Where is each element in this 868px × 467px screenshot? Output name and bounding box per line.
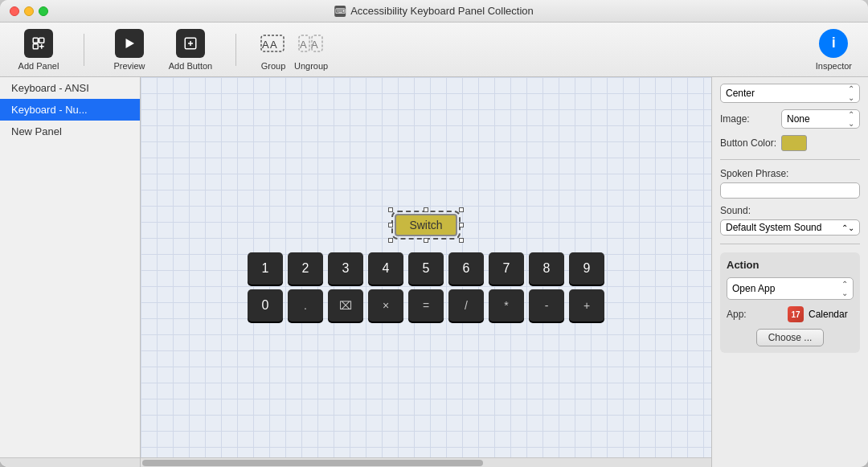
handle-bc[interactable] (424, 238, 428, 243)
group-ungroup-toolbar: A A Group A A Ungroup (259, 29, 328, 71)
inspector-label: Inspector (816, 61, 852, 71)
numpad-key-2[interactable]: 2 (288, 252, 323, 285)
image-label: Image: (720, 113, 776, 125)
spoken-phrase-label: Spoken Phrase: (720, 168, 860, 179)
add-button-label: Add Button (169, 61, 212, 71)
handle-mr[interactable] (459, 223, 464, 227)
numpad-key-0[interactable]: 0 (248, 289, 283, 322)
numpad-key-7[interactable]: 7 (489, 252, 524, 285)
alignment-row: Center ⌃⌄ (720, 84, 860, 103)
sound-select[interactable]: Default System Sound ⌃⌄ (720, 219, 860, 236)
numpad-row-2: 0 . ⌧ × = / * - + (248, 289, 604, 322)
traffic-lights (10, 6, 48, 16)
numpad-key-equals[interactable]: = (408, 289, 444, 322)
image-select-arrow: ⌃⌄ (848, 110, 854, 128)
handle-ml[interactable] (388, 223, 393, 227)
choose-button[interactable]: Choose ... (756, 329, 825, 346)
numpad-key-1[interactable]: 1 (248, 252, 283, 285)
numpad-key-asterisk[interactable]: * (489, 289, 524, 322)
app-label: App: (727, 309, 783, 320)
app-row: App: 17 Calendar (727, 306, 854, 322)
numpad-key-divide[interactable]: / (448, 289, 484, 322)
ungroup-toolbar-item[interactable]: A A Ungroup (294, 29, 328, 71)
add-panel-label: Add Panel (18, 61, 59, 71)
spoken-phrase-section: Spoken Phrase: (720, 168, 860, 199)
action-select-arrow: ⌃⌄ (841, 280, 848, 297)
action-select[interactable]: Open App ⌃⌄ (727, 277, 854, 300)
ungroup-label: Ungroup (294, 61, 328, 71)
handle-tl[interactable] (388, 207, 393, 212)
button-color-row: Button Color: (720, 135, 860, 151)
minimize-button[interactable] (24, 6, 34, 16)
preview-label: Preview (113, 61, 145, 71)
add-panel-toolbar-item[interactable]: Add Panel (16, 29, 61, 71)
calendar-icon: 17 (788, 306, 804, 322)
handle-tc[interactable] (424, 207, 428, 212)
numpad-key-5[interactable]: 5 (408, 252, 444, 285)
scrollbar-thumb[interactable] (142, 460, 483, 466)
maximize-button[interactable] (39, 6, 48, 16)
numpad-key-plus[interactable]: + (569, 289, 604, 322)
preview-icon[interactable] (115, 29, 144, 58)
selection-handles (388, 207, 463, 243)
app-icon: ⌨ (334, 6, 346, 17)
inspector-toolbar-item[interactable]: i Inspector (816, 29, 852, 71)
handle-bl[interactable] (388, 238, 393, 243)
main-canvas[interactable]: Switch 1 2 3 4 5 6 7 8 9 (141, 77, 711, 467)
add-panel-icon[interactable] (24, 29, 53, 58)
add-button-icon[interactable] (176, 29, 205, 58)
sidebar-item-new-panel[interactable]: New Panel (0, 121, 140, 142)
numpad-key-dot[interactable]: . (288, 289, 323, 322)
titlebar: ⌨ Accessibility Keyboard Panel Collectio… (0, 0, 868, 23)
numpad-key-multiply[interactable]: × (368, 289, 403, 322)
image-row: Image: None ⌃⌄ (720, 109, 860, 129)
sidebar-scrollbar[interactable] (0, 457, 140, 467)
spoken-phrase-input[interactable] (720, 182, 860, 199)
numpad-key-4[interactable]: 4 (368, 252, 403, 285)
action-title: Action (727, 259, 854, 271)
divider-1 (720, 159, 860, 160)
toolbar-divider-1 (84, 34, 84, 66)
numpad-key-6[interactable]: 6 (448, 252, 484, 285)
close-button[interactable] (10, 6, 19, 16)
group-toolbar-item[interactable]: A A Group (259, 29, 288, 71)
numpad-key-3[interactable]: 3 (328, 252, 363, 285)
canvas-scrollbar[interactable] (141, 457, 711, 467)
handle-tr[interactable] (459, 207, 464, 212)
content-area: Keyboard - ANSI Keyboard - Nu... New Pan… (0, 77, 868, 467)
numpad-row-1: 1 2 3 4 5 6 7 8 9 (248, 252, 604, 285)
svg-rect-1 (39, 38, 44, 43)
numpad-key-8[interactable]: 8 (529, 252, 564, 285)
divider-2 (720, 244, 860, 244)
sidebar-item-keyboard-ansi[interactable]: Keyboard - ANSI (0, 77, 140, 99)
toolbar: Add Panel Preview Add Button (0, 23, 868, 77)
svg-text:A: A (262, 39, 269, 51)
add-button-toolbar-item[interactable]: Add Button (168, 29, 213, 71)
handle-br[interactable] (459, 238, 464, 243)
svg-text:A: A (270, 39, 277, 51)
preview-toolbar-item[interactable]: Preview (107, 29, 152, 71)
color-swatch[interactable] (781, 135, 807, 151)
svg-rect-2 (33, 43, 38, 48)
toolbar-divider-2 (235, 34, 236, 66)
numpad-key-minus[interactable]: - (529, 289, 564, 322)
image-select[interactable]: None ⌃⌄ (781, 109, 860, 129)
ungroup-icon[interactable]: A A (297, 29, 326, 58)
main-window: ⌨ Accessibility Keyboard Panel Collectio… (0, 0, 868, 467)
button-color-label: Button Color: (720, 137, 776, 149)
group-icon[interactable]: A A (259, 29, 288, 58)
svg-rect-0 (33, 38, 38, 43)
svg-marker-5 (126, 39, 135, 48)
switch-button-container[interactable]: Switch (395, 214, 457, 236)
sound-select-arrow: ⌃⌄ (841, 223, 854, 232)
alignment-select-arrow: ⌃⌄ (848, 84, 854, 102)
window-title: ⌨ Accessibility Keyboard Panel Collectio… (334, 5, 534, 17)
numpad-key-9[interactable]: 9 (569, 252, 604, 285)
alignment-select[interactable]: Center ⌃⌄ (720, 84, 860, 103)
inspector-panel: Center ⌃⌄ Image: None ⌃⌄ Button Color: (711, 77, 868, 467)
app-name: Calendar (809, 309, 848, 320)
sidebar-item-keyboard-nu[interactable]: Keyboard - Nu... (0, 99, 140, 121)
inspector-icon[interactable]: i (819, 29, 848, 58)
numpad-key-clear[interactable]: ⌧ (328, 289, 363, 322)
numpad: 1 2 3 4 5 6 7 8 9 0 . ⌧ × (248, 252, 604, 322)
